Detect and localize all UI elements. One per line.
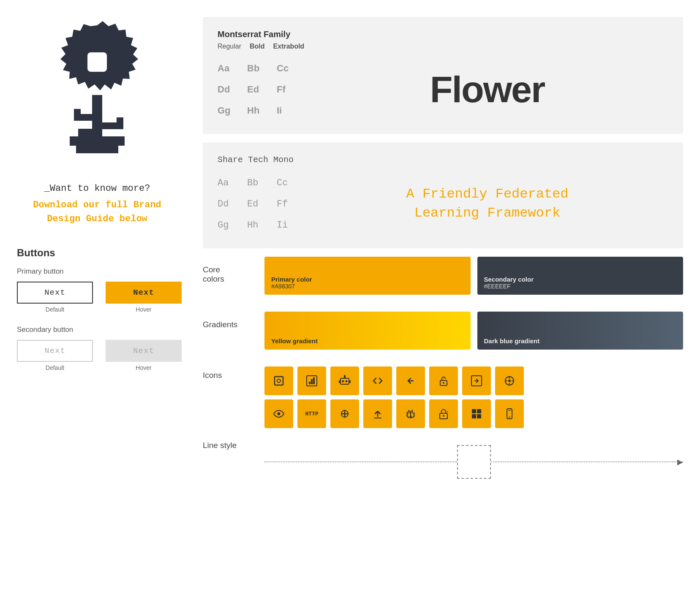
svg-point-28 xyxy=(278,412,281,415)
mono-alpha-ii: Ii xyxy=(277,220,306,231)
svg-rect-2 xyxy=(92,95,102,129)
icon-export[interactable] xyxy=(462,366,491,395)
svg-rect-9 xyxy=(76,146,118,153)
montserrat-card: Montserrat Family Regular Bold Extrabold… xyxy=(203,17,683,134)
svg-rect-6 xyxy=(117,117,123,122)
icons-section: Icons xyxy=(203,366,683,428)
svg-rect-13 xyxy=(309,382,311,384)
secondary-button-default[interactable]: Next xyxy=(17,340,93,362)
secondary-color-code: #EEEEEF xyxy=(484,283,677,290)
btn-secondary-hover-label: Hover xyxy=(136,364,151,371)
svg-rect-32 xyxy=(472,409,476,413)
icons-row-1 xyxy=(264,366,524,395)
icon-chart[interactable] xyxy=(297,366,326,395)
mono-alpha-gg: Gg xyxy=(218,220,247,231)
mono-alpha-cc: Cc xyxy=(277,178,306,188)
primary-color-swatch: Primary color #A98307 xyxy=(264,257,471,295)
svg-rect-15 xyxy=(313,377,315,384)
svg-rect-38 xyxy=(508,410,511,411)
primary-button-default[interactable]: Next xyxy=(17,282,93,304)
svg-rect-3 xyxy=(74,114,92,121)
svg-point-11 xyxy=(277,379,281,383)
dark-gradient-swatch: Dark blue gradient xyxy=(477,312,684,350)
line-style-label: Line style xyxy=(203,437,258,450)
icon-unlock[interactable] xyxy=(429,366,458,395)
font1-weights: Regular Bold Extrabold xyxy=(218,43,668,50)
alpha-bb: Bb xyxy=(247,63,277,74)
icon-upload[interactable] xyxy=(363,399,392,428)
icon-robot[interactable] xyxy=(330,366,359,395)
svg-rect-16 xyxy=(340,378,349,384)
svg-point-37 xyxy=(509,417,510,418)
icon-eye[interactable] xyxy=(264,399,293,428)
font2-display: A Friendly FederatedLearning Framework xyxy=(306,172,668,236)
secondary-color-swatch: Secondary color #EEEEEF xyxy=(477,257,684,295)
mono-alpha-bb: Bb xyxy=(247,178,277,188)
mono-card: Share Tech Mono Aa Bb Cc Dd Ed Ff Gg Hh … xyxy=(203,142,683,248)
svg-point-20 xyxy=(344,375,346,377)
svg-rect-4 xyxy=(74,109,81,114)
secondary-color-label: Secondary color xyxy=(484,276,677,283)
gradients-section: Gradients Yellow gradient Dark blue grad… xyxy=(203,312,683,350)
svg-point-31 xyxy=(443,415,444,417)
btn-hover-item: Next Hover xyxy=(106,282,182,313)
alpha-gg: Gg xyxy=(218,105,247,116)
icon-settings[interactable] xyxy=(264,366,293,395)
svg-rect-5 xyxy=(102,122,123,129)
dashed-box xyxy=(457,445,491,479)
icon-grid[interactable] xyxy=(462,399,491,428)
weight-regular: Regular xyxy=(218,43,241,50)
icon-http[interactable]: HTTP xyxy=(297,399,326,428)
arrow-right-icon: ▶ xyxy=(677,457,683,467)
svg-rect-8 xyxy=(70,136,125,146)
icon-plug[interactable] xyxy=(330,399,359,428)
primary-color-label: Primary color xyxy=(271,276,464,283)
svg-point-17 xyxy=(342,380,344,383)
svg-rect-34 xyxy=(472,414,476,418)
alpha-dd: Dd xyxy=(218,84,247,95)
btn-default-item: Next Default xyxy=(17,282,93,313)
btn-default-label: Default xyxy=(46,306,64,313)
btn-secondary-hover-item: Next Hover xyxy=(106,340,182,371)
alpha-hh: Hh xyxy=(247,105,277,116)
weight-bold: Bold xyxy=(250,43,265,50)
primary-button-hover[interactable]: Next xyxy=(106,282,182,304)
secondary-button-hover[interactable]: Next xyxy=(106,340,182,362)
icon-hand[interactable] xyxy=(396,399,425,428)
icon-config[interactable] xyxy=(495,366,524,395)
icon-arrow-left[interactable] xyxy=(396,366,425,395)
alpha-cc: Cc xyxy=(277,63,306,74)
font2-alphabet-section: Aa Bb Cc Dd Ed Ff Gg Hh Ii A Friendly Fe… xyxy=(218,172,668,236)
font2-name: Share Tech Mono xyxy=(218,155,668,165)
line-style-demo: ▶ xyxy=(264,437,683,487)
flower-logo xyxy=(36,17,158,169)
btn-secondary-default-item: Next Default xyxy=(17,340,93,371)
dotted-line-left xyxy=(264,461,457,462)
svg-rect-1 xyxy=(87,52,107,72)
mono-alpha-hh: Hh xyxy=(247,220,277,231)
mono-alpha-aa: Aa xyxy=(218,178,247,188)
secondary-button-label: Secondary button xyxy=(17,326,177,334)
icon-mobile[interactable] xyxy=(495,399,524,428)
dark-gradient-label: Dark blue gradient xyxy=(484,337,677,345)
mono-alpha-ff: Ff xyxy=(277,199,306,209)
alpha-aa: Aa xyxy=(218,63,247,74)
font1-name: Montserrat Family xyxy=(218,30,668,39)
dotted-line-right xyxy=(491,461,684,462)
brand-text-line1: _Want to know more? xyxy=(44,182,150,195)
icon-lock-secure[interactable] xyxy=(429,399,458,428)
svg-rect-14 xyxy=(311,379,313,384)
gradients-label: Gradients xyxy=(203,312,258,329)
left-panel: _Want to know more? Download our full Br… xyxy=(0,0,194,616)
dotted-line-right-container: ▶ xyxy=(491,461,684,462)
svg-point-27 xyxy=(508,380,511,382)
btn-secondary-default-label: Default xyxy=(46,364,64,371)
right-panel: Montserrat Family Regular Bold Extrabold… xyxy=(194,0,700,616)
font1-alphabet-grid: Aa Bb Cc Dd Ed Ff Gg Hh Ii xyxy=(218,58,306,121)
brand-link-text[interactable]: Download our full Brand Design Guide bel… xyxy=(33,198,161,226)
yellow-gradient-label: Yellow gradient xyxy=(271,337,464,345)
buttons-section: Buttons Primary button Next Default Next… xyxy=(17,247,177,374)
font1-alphabet-section: Aa Bb Cc Dd Ed Ff Gg Hh Ii Flower xyxy=(218,58,668,121)
svg-rect-10 xyxy=(275,377,283,385)
icon-code[interactable] xyxy=(363,366,392,395)
